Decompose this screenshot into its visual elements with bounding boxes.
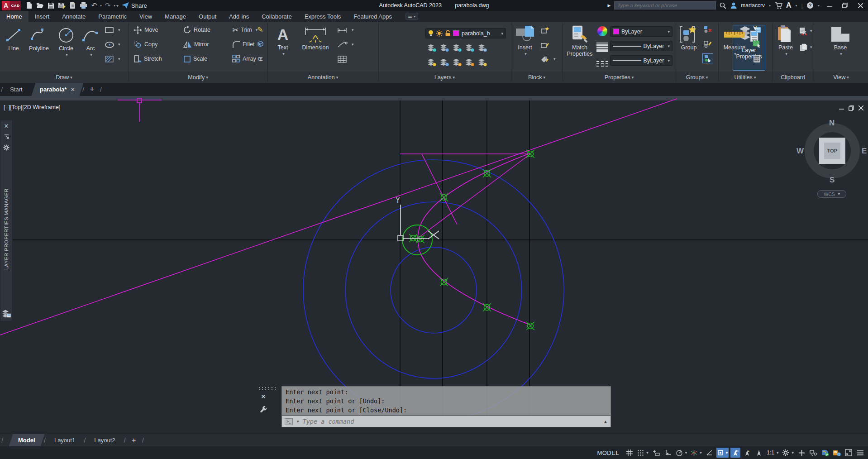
- chevron-down-icon[interactable]: ▾: [352, 28, 354, 32]
- linetype-dropdown[interactable]: ByLayer ▾: [610, 55, 672, 66]
- match-properties-button[interactable]: Match Properties: [565, 24, 595, 57]
- base-button[interactable]: Base▾: [828, 24, 853, 57]
- customization-menu-button[interactable]: [855, 448, 865, 458]
- tab-insert[interactable]: Insert: [29, 11, 56, 22]
- layer-unisolate-button[interactable]: [439, 57, 449, 67]
- cut-button[interactable]: [798, 26, 809, 36]
- view-panel-label[interactable]: View▾: [814, 72, 868, 83]
- layout-tab-model[interactable]: Model: [9, 434, 44, 446]
- paste-button[interactable]: Paste▾: [774, 24, 797, 57]
- crosshair-plus-button[interactable]: [796, 448, 806, 458]
- viewport-minimize-icon[interactable]: [839, 105, 844, 110]
- tab-add-ins[interactable]: Add-ins: [223, 11, 255, 22]
- user-avatar-icon[interactable]: [730, 2, 737, 9]
- trim-button[interactable]: ✂ Trim▾: [232, 24, 258, 35]
- ellipse-button[interactable]: [104, 40, 115, 50]
- copy-button[interactable]: Copy: [134, 39, 157, 50]
- units-info-button[interactable]: i: [832, 448, 842, 458]
- compass-east[interactable]: E: [862, 147, 867, 156]
- help-icon[interactable]: ?: [806, 2, 814, 9]
- rotate-button[interactable]: Rotate: [183, 24, 210, 35]
- signed-in-user[interactable]: martaccrv: [741, 2, 765, 9]
- layer-isolate-button[interactable]: [439, 43, 449, 53]
- help-dropdown[interactable]: ▾: [818, 4, 820, 8]
- rectangle-button[interactable]: [104, 25, 115, 35]
- plot-button[interactable]: [78, 0, 89, 10]
- open-file-button[interactable]: [34, 0, 45, 10]
- layer-freeze-button[interactable]: [451, 43, 462, 53]
- object-snap-tracking-button[interactable]: [705, 448, 715, 458]
- chevron-down-icon[interactable]: ▾: [118, 42, 120, 47]
- draw-panel-label[interactable]: Draw▾: [0, 72, 128, 83]
- new-drawing-tab-button[interactable]: +: [85, 83, 99, 96]
- autodesk-account-icon[interactable]: A: [786, 1, 792, 10]
- tab-view[interactable]: View: [133, 11, 158, 22]
- utilities-panel-label[interactable]: Utilities▾: [719, 72, 772, 83]
- chevron-down-icon[interactable]: ▾: [297, 419, 299, 424]
- polar-tracking-button[interactable]: ▾: [675, 448, 688, 458]
- hatch-button[interactable]: [104, 54, 115, 64]
- layers-panel-label[interactable]: Layers▾: [379, 72, 510, 83]
- command-input[interactable]: [302, 417, 601, 426]
- new-file-button[interactable]: [24, 0, 34, 10]
- ribbon-display-toggle[interactable]: ▬▾: [405, 13, 418, 20]
- insert-button[interactable]: Insert▾: [513, 24, 537, 57]
- explode-button[interactable]: [255, 39, 266, 49]
- qat-customize-button[interactable]: ▾: [116, 3, 119, 8]
- minimize-button[interactable]: [824, 0, 835, 10]
- undo-button[interactable]: ↶: [89, 0, 100, 10]
- command-wrench-icon[interactable]: [260, 406, 267, 413]
- layer-on-button[interactable]: [426, 57, 437, 67]
- undo-dropdown[interactable]: ▾: [100, 4, 102, 8]
- layer-thaw-button[interactable]: [451, 57, 462, 67]
- group-selectable-button[interactable]: [702, 53, 713, 63]
- group-button[interactable]: Group: [677, 24, 701, 51]
- viewport-restore-icon[interactable]: [849, 105, 854, 111]
- app-store-cart-icon[interactable]: [775, 2, 782, 9]
- command-close-icon[interactable]: ✕: [261, 393, 266, 400]
- copy-clip-button[interactable]: [798, 43, 809, 53]
- tab-output[interactable]: Output: [192, 11, 223, 22]
- command-prompt-icon[interactable]: >_: [285, 418, 293, 425]
- command-input-row[interactable]: >_ ▾ ▲: [282, 416, 610, 427]
- layout-tab-layout1[interactable]: Layout1: [47, 434, 82, 446]
- layer-lock-button[interactable]: [464, 43, 475, 53]
- search-expand-arrow-icon[interactable]: ▶: [607, 3, 610, 8]
- linetype-icon[interactable]: [596, 60, 608, 68]
- isometric-drafting-button[interactable]: ▾: [690, 448, 703, 458]
- open-from-web-button[interactable]: [67, 0, 78, 10]
- annotation-autoscale-button[interactable]: [742, 448, 752, 458]
- select-all-button[interactable]: [751, 39, 762, 49]
- command-window[interactable]: Enter next point: Enter next point or [U…: [281, 386, 611, 427]
- erase-button[interactable]: ✎: [255, 24, 266, 34]
- object-snap-button[interactable]: ▾: [716, 448, 729, 458]
- dimension-button[interactable]: Dimension: [296, 24, 335, 51]
- object-color-dropdown[interactable]: ByLayer ▾: [610, 26, 672, 37]
- layer-dropdown[interactable]: parabola_b ▾: [425, 28, 506, 38]
- palette-settings-button[interactable]: [0, 142, 12, 153]
- close-tab-icon[interactable]: ✕: [71, 86, 75, 93]
- linear-dimension-button[interactable]: [337, 25, 348, 35]
- offset-button[interactable]: ⊂: [255, 53, 266, 63]
- isolate-objects-button[interactable]: [808, 448, 818, 458]
- search-icon[interactable]: [720, 2, 726, 9]
- command-history-toggle-icon[interactable]: ▲: [603, 419, 608, 424]
- view-cube-top-face[interactable]: TOP: [819, 138, 845, 164]
- redo-dropdown[interactable]: ▾: [114, 4, 115, 8]
- compass-north[interactable]: N: [829, 119, 835, 128]
- graphics-performance-button[interactable]: [820, 448, 830, 458]
- layer-off-button[interactable]: [426, 43, 437, 53]
- save-button[interactable]: [45, 0, 56, 10]
- drawing-canvas[interactable]: [0, 96, 868, 434]
- autocad-app-icon[interactable]: A CAD: [2, 1, 21, 10]
- tab-manage[interactable]: Manage: [158, 11, 192, 22]
- viewport-controls-label[interactable]: [−][Top][2D Wireframe]: [4, 104, 60, 110]
- chevron-down-icon[interactable]: ▾: [118, 57, 120, 61]
- annotation-scale-button[interactable]: [754, 448, 764, 458]
- mirror-button[interactable]: Mirror: [183, 39, 209, 50]
- layer-unlock-button[interactable]: [464, 57, 475, 67]
- tab-express-tools[interactable]: Express Tools: [298, 11, 348, 22]
- tab-parametric[interactable]: Parametric: [92, 11, 133, 22]
- share-button[interactable]: Share: [122, 2, 147, 9]
- ungroup-button[interactable]: [702, 24, 713, 34]
